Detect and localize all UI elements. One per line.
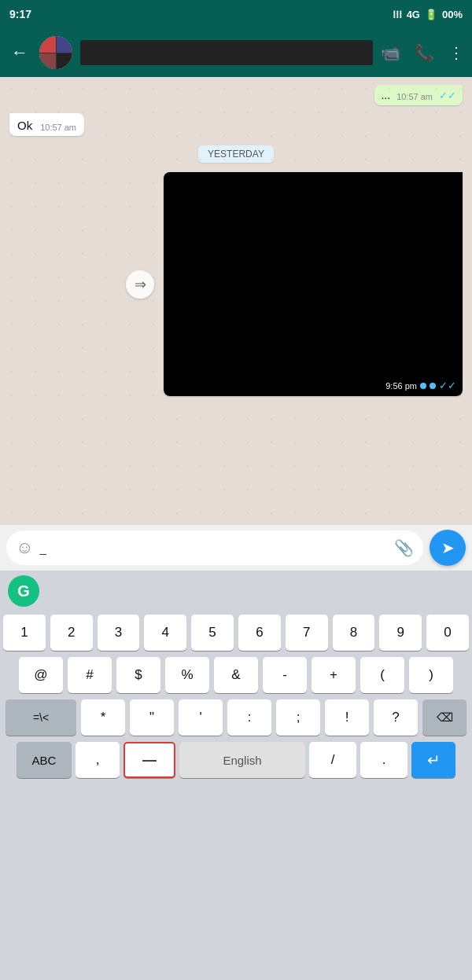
key-close-paren[interactable]: )	[409, 657, 453, 693]
key-0[interactable]: 0	[426, 615, 469, 651]
message-input[interactable]: _	[39, 541, 388, 555]
forward-icon: ⇒	[135, 276, 146, 293]
keyboard-row-bottom: ABC , — English / . ↵	[3, 742, 469, 778]
key-dollar[interactable]: $	[116, 657, 160, 693]
key-4[interactable]: 4	[144, 615, 186, 651]
toolbar-spacer	[47, 591, 464, 592]
key-plus[interactable]: +	[312, 657, 356, 693]
signal-icon: ⁞⁞⁞	[393, 9, 402, 20]
grammarly-button[interactable]: G	[8, 575, 39, 607]
key-1[interactable]: 1	[3, 615, 46, 651]
blue-dot1	[420, 383, 426, 389]
battery-level: 00%	[442, 9, 463, 20]
input-bar: ☺ _ 📎 ➤	[0, 525, 472, 571]
key-7[interactable]: 7	[286, 615, 328, 651]
key-3[interactable]: 3	[98, 615, 140, 651]
key-slash[interactable]: /	[309, 742, 356, 778]
incoming-message-text: ...	[381, 89, 390, 101]
key-comma[interactable]: ,	[76, 742, 120, 778]
message-input-field[interactable]: ☺ _ 📎	[6, 530, 423, 565]
key-percent[interactable]: %	[165, 657, 209, 693]
key-quote-double[interactable]: "	[130, 699, 174, 736]
double-check-icon: ✓✓	[439, 380, 456, 391]
battery-icon: 🔋	[425, 9, 437, 20]
key-dash-active[interactable]: —	[124, 742, 175, 778]
keyboard: G 1 2 3 4 5 6 7 8 9 0 @ # $ % & - + ( )	[0, 571, 472, 980]
keyboard-toolbar: G	[0, 571, 472, 611]
key-question[interactable]: ?	[374, 699, 418, 736]
message-time-ok: 10:57 am	[40, 123, 76, 132]
key-colon[interactable]: :	[227, 699, 271, 736]
keyboard-row-numbers: 1 2 3 4 5 6 7 8 9 0	[3, 615, 469, 651]
double-tick-icon: ✓✓	[439, 90, 456, 101]
contact-name[interactable]	[80, 40, 373, 65]
key-enter[interactable]: ↵	[411, 742, 455, 778]
key-semicolon[interactable]: ;	[276, 699, 320, 736]
header-actions: 📹 📞 ⋮	[381, 43, 464, 62]
network-type: 4G	[407, 9, 420, 20]
keyboard-rows: 1 2 3 4 5 6 7 8 9 0 @ # $ % & - + ( ) =\…	[0, 611, 472, 980]
chat-area: ... 10:57 am ✓✓ Ok 10:57 am YESTERDAY ⇒ …	[0, 77, 472, 525]
key-2[interactable]: 2	[50, 615, 93, 651]
key-minus[interactable]: -	[263, 657, 307, 693]
key-dot[interactable]: .	[360, 742, 407, 778]
voice-call-button[interactable]: 📞	[415, 43, 434, 62]
emoji-button[interactable]: ☺	[16, 538, 33, 558]
send-button[interactable]: ➤	[430, 530, 466, 566]
video-bubble[interactable]: 9:56 pm ✓✓	[164, 172, 463, 396]
key-ampersand[interactable]: &	[214, 657, 258, 693]
message-text-ok: Ok	[17, 119, 32, 132]
attachment-button[interactable]: 📎	[394, 538, 414, 557]
key-exclamation[interactable]: !	[325, 699, 369, 736]
key-hash[interactable]: #	[68, 657, 112, 693]
incoming-message-time: 10:57 am	[396, 92, 433, 101]
keyboard-row-special: =\< * " ' : ; ! ? ⌫	[3, 699, 469, 736]
keyboard-row-symbols: @ # $ % & - + ( )	[3, 657, 469, 693]
status-bar: 9:17 ⁞⁞⁞ 4G 🔋 00%	[0, 0, 472, 28]
avatar[interactable]	[39, 36, 72, 69]
key-at[interactable]: @	[19, 657, 63, 693]
more-options-button[interactable]: ⋮	[448, 43, 464, 62]
key-backspace[interactable]: ⌫	[422, 699, 466, 736]
key-abc[interactable]: ABC	[17, 742, 72, 778]
forward-button[interactable]: ⇒	[126, 270, 154, 299]
video-call-button[interactable]: 📹	[381, 43, 400, 62]
status-time: 9:17	[9, 8, 31, 20]
key-5[interactable]: 5	[191, 615, 234, 651]
key-9[interactable]: 9	[379, 615, 422, 651]
key-8[interactable]: 8	[333, 615, 375, 651]
video-timestamp: 9:56 pm ✓✓	[385, 380, 456, 391]
blue-dot2	[430, 383, 436, 389]
back-button[interactable]: ←	[8, 39, 31, 66]
day-separator: YESTERDAY	[9, 145, 463, 163]
key-quote-single[interactable]: '	[179, 699, 223, 736]
outgoing-message-ok: Ok 10:57 am	[9, 113, 84, 136]
key-6[interactable]: 6	[238, 615, 281, 651]
key-open-paren[interactable]: (	[360, 657, 404, 693]
send-icon: ➤	[441, 538, 455, 557]
video-message[interactable]: ⇒ 9:56 pm ✓✓	[164, 172, 463, 396]
key-asterisk[interactable]: *	[81, 699, 125, 736]
day-label-text: YESTERDAY	[198, 145, 274, 163]
key-equals-backslash-less[interactable]: =\<	[6, 699, 76, 736]
key-language-english[interactable]: English	[179, 742, 305, 778]
video-frame[interactable]	[164, 172, 463, 396]
status-icons: ⁞⁞⁞ 4G 🔋 00%	[393, 9, 463, 20]
incoming-message-stub: ... 10:57 am ✓✓	[374, 85, 463, 105]
chat-header: ← 📹 📞 ⋮	[0, 28, 472, 77]
